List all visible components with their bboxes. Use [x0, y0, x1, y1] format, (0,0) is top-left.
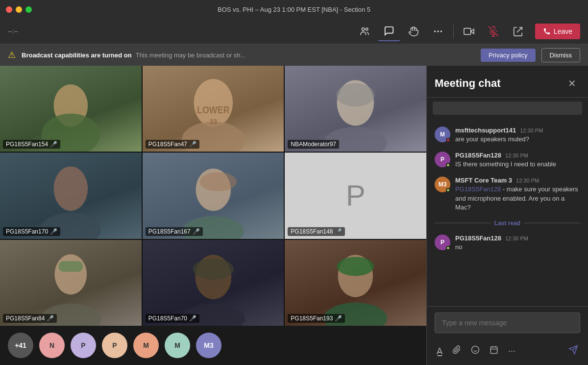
video-label-8: PG18S5Fan70 🎤	[146, 314, 199, 323]
msg-avatar-4: P	[435, 235, 450, 250]
send-button[interactable]	[564, 342, 582, 360]
traffic-lights	[6, 6, 32, 13]
broadcast-bold-text: Broadcast capabilities are turned on	[22, 52, 132, 59]
video-cell-5[interactable]: PG18S5Fan167 🎤	[143, 153, 284, 238]
svg-point-1	[366, 28, 368, 30]
toolbar-separator	[453, 25, 454, 38]
video-cell-3[interactable]: NBAModerator97	[285, 66, 426, 152]
video-cell-7[interactable]: PG18S5Fan84 🎤	[0, 240, 142, 326]
camera-button[interactable]	[458, 22, 480, 41]
msg-header-2: PG18S5Fan128 12:30 PM	[455, 152, 580, 159]
people-button[interactable]	[353, 22, 376, 41]
chat-input[interactable]	[435, 313, 580, 333]
participant-avatar-p2[interactable]: P	[102, 333, 127, 358]
msg-text-4: no	[455, 243, 580, 252]
participant-avatar-m1[interactable]: M	[133, 333, 159, 358]
chat-close-button[interactable]: ✕	[564, 76, 580, 91]
format-button[interactable]: A̲	[433, 343, 446, 360]
status-dot-3	[446, 188, 450, 192]
video-label-3: NBAModerator97	[288, 140, 339, 149]
video-cell-1[interactable]: PG18S5Fan154 🎤	[0, 66, 142, 152]
msg-content-1: msfttechsupport141 12:30 PM are your spe…	[455, 127, 580, 144]
video-cell-9[interactable]: PG18S5Fan193 🎤	[285, 240, 426, 326]
status-dot-4	[446, 246, 450, 250]
msg-text-1: are your speakers muted?	[455, 135, 580, 144]
participant-avatar-n[interactable]: N	[39, 333, 65, 358]
last-read-line-right	[524, 223, 580, 223]
chat-header: Meeting chat ✕	[427, 66, 588, 98]
chat-panel: Meeting chat ✕ M msfttechsupport141 12:3…	[426, 66, 588, 365]
video-label-4: PG18S5Fan170 🎤	[3, 227, 60, 236]
msg-time-3: 12:30 PM	[516, 178, 539, 183]
main-content: PG18S5Fan154 🎤 LOWER 33 PG18S5Fan47 🎤	[0, 66, 588, 365]
participant-name-7: PG18S5Fan84	[6, 315, 45, 322]
overflow-avatar[interactable]: +41	[8, 333, 33, 358]
mic-icon-5: 🎤	[193, 228, 200, 235]
participant-avatar-m3[interactable]: M3	[196, 333, 221, 358]
chat-message-4: P PG18S5Fan128 12:30 PM no	[427, 231, 588, 256]
participant-name-9: PG18S5Fan193	[291, 315, 333, 322]
attach-button[interactable]	[448, 342, 465, 360]
svg-text:33: 33	[209, 118, 217, 126]
participant-avatar-p1[interactable]: P	[71, 333, 96, 358]
last-read-line-left	[435, 223, 490, 223]
last-read-divider: Last read	[427, 216, 588, 231]
participant-name-3: NBAModerator97	[291, 141, 336, 148]
hand-button[interactable]	[402, 22, 425, 41]
msg-avatar-3: M3	[435, 177, 450, 192]
mic-icon-9: 🎤	[335, 315, 342, 322]
dismiss-button[interactable]: Dismiss	[541, 48, 581, 62]
chat-button[interactable]	[378, 22, 400, 41]
leave-button[interactable]: Leave	[535, 24, 580, 39]
participant-name-4: PG18S5Fan170	[6, 228, 48, 235]
msg-content-2: PG18S5Fan128 12:30 PM IS there something…	[455, 152, 580, 169]
status-dot-1	[446, 138, 450, 142]
participants-bar: +41 N P P M M M3	[0, 326, 426, 365]
share-button[interactable]	[507, 22, 529, 41]
privacy-policy-button[interactable]: Privacy policy	[481, 49, 535, 62]
msg-avatar-2: P	[435, 152, 450, 167]
calendar-button[interactable]	[486, 342, 502, 360]
mic-icon-8: 🎤	[189, 315, 196, 322]
emoji-button[interactable]	[467, 342, 484, 360]
msg-time-1: 12:30 PM	[520, 128, 543, 133]
svg-rect-25	[58, 261, 83, 272]
more-chat-button[interactable]: ···	[504, 343, 519, 359]
msg-text-2: IS there something I need to enable	[455, 160, 580, 169]
svg-point-22	[199, 172, 237, 191]
svg-point-28	[193, 259, 234, 280]
mic-icon-6: 🎤	[335, 228, 342, 235]
video-cell-2[interactable]: LOWER 33 PG18S5Fan47 🎤	[143, 66, 284, 152]
video-label-2: PG18S5Fan47 🎤	[146, 140, 199, 149]
chat-title: Meeting chat	[435, 77, 500, 90]
more-button[interactable]	[427, 22, 449, 41]
svg-point-19	[53, 166, 88, 211]
msg-sender-3: MSFT Core Team 3	[455, 177, 512, 184]
msg-time-4: 12:30 PM	[505, 235, 528, 241]
close-button[interactable]	[6, 6, 12, 13]
chat-message-2: P PG18S5Fan128 12:30 PM IS there somethi…	[427, 148, 588, 173]
msg-header-4: PG18S5Fan128 12:30 PM	[455, 235, 580, 242]
video-section: PG18S5Fan154 🎤 LOWER 33 PG18S5Fan47 🎤	[0, 66, 426, 365]
participant-name-1: PG18S5Fan154	[6, 141, 48, 148]
svg-point-3	[437, 30, 439, 32]
video-cell-4[interactable]: PG18S5Fan170 🎤	[0, 153, 142, 238]
last-read-label: Last read	[494, 220, 520, 227]
video-label-5: PG18S5Fan167 🎤	[146, 227, 203, 236]
svg-point-31	[337, 257, 374, 276]
svg-point-17	[336, 83, 375, 107]
chat-search-input[interactable]	[433, 102, 582, 115]
maximize-button[interactable]	[25, 6, 32, 13]
svg-text:LOWER: LOWER	[197, 105, 230, 116]
participant-avatar-m2[interactable]: M	[165, 333, 190, 358]
window-title: BOS vs. PHI – Aug 23 1:00 PM EST [NBA] -…	[218, 6, 370, 13]
msg-sender-1: msfttechsupport141	[455, 127, 516, 134]
minimize-button[interactable]	[16, 6, 22, 13]
mic-icon-1: 🎤	[50, 141, 57, 148]
video-cell-6[interactable]: P PG18S5Fan148 🎤	[285, 153, 426, 238]
mic-button[interactable]	[482, 22, 505, 41]
chat-messages: M msfttechsupport141 12:30 PM are your s…	[427, 119, 588, 306]
toolbar: --:--	[0, 19, 588, 44]
msg-sender-4: PG18S5Fan128	[455, 235, 501, 242]
video-cell-8[interactable]: PG18S5Fan70 🎤	[143, 240, 284, 326]
